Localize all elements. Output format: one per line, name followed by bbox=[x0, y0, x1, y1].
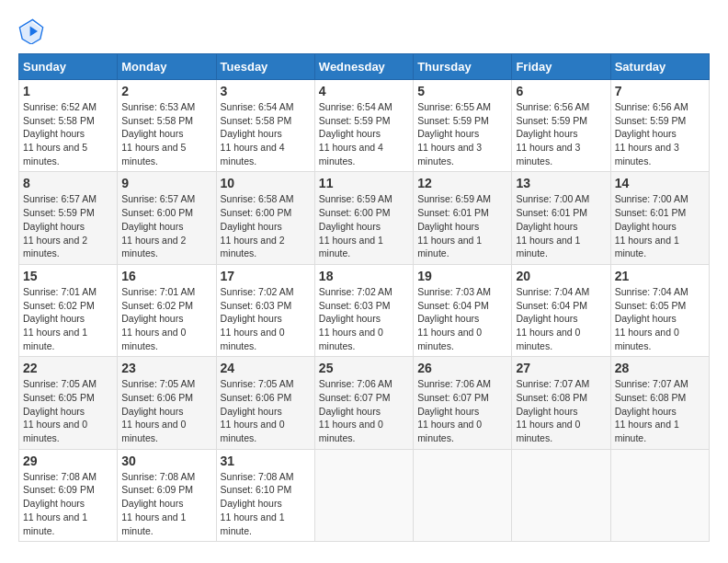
calendar-cell: 29 Sunrise: 7:08 AM Sunset: 6:09 PM Dayl… bbox=[19, 449, 118, 541]
day-number: 3 bbox=[221, 84, 311, 98]
day-info: Sunrise: 7:05 AM Sunset: 6:06 PM Dayligh… bbox=[221, 377, 311, 444]
weekday-header-sunday: Sunday bbox=[19, 54, 118, 80]
calendar-cell: 11 Sunrise: 6:59 AM Sunset: 6:00 PM Dayl… bbox=[314, 172, 413, 264]
day-info: Sunrise: 7:00 AM Sunset: 6:01 PM Dayligh… bbox=[615, 192, 705, 259]
calendar-cell: 3 Sunrise: 6:54 AM Sunset: 5:58 PM Dayli… bbox=[216, 80, 314, 172]
day-number: 2 bbox=[121, 84, 211, 98]
calendar-week-5: 29 Sunrise: 7:08 AM Sunset: 6:09 PM Dayl… bbox=[19, 449, 710, 541]
day-info: Sunrise: 6:59 AM Sunset: 6:01 PM Dayligh… bbox=[417, 192, 507, 259]
calendar-cell: 19 Sunrise: 7:03 AM Sunset: 6:04 PM Dayl… bbox=[414, 264, 512, 356]
day-number: 23 bbox=[121, 361, 211, 375]
day-info: Sunrise: 7:01 AM Sunset: 6:02 PM Dayligh… bbox=[121, 285, 211, 352]
logo-icon bbox=[18, 18, 44, 44]
day-info: Sunrise: 7:07 AM Sunset: 6:08 PM Dayligh… bbox=[615, 377, 705, 444]
calendar-cell: 6 Sunrise: 6:56 AM Sunset: 5:59 PM Dayli… bbox=[512, 80, 610, 172]
day-number: 19 bbox=[417, 269, 507, 283]
day-info: Sunrise: 7:08 AM Sunset: 6:09 PM Dayligh… bbox=[121, 470, 211, 537]
day-number: 8 bbox=[23, 176, 113, 190]
day-number: 4 bbox=[319, 84, 409, 98]
calendar-cell: 16 Sunrise: 7:01 AM Sunset: 6:02 PM Dayl… bbox=[118, 264, 216, 356]
logo bbox=[18, 18, 48, 44]
day-number: 17 bbox=[221, 269, 311, 283]
calendar-cell: 26 Sunrise: 7:06 AM Sunset: 6:07 PM Dayl… bbox=[414, 357, 512, 449]
day-number: 30 bbox=[121, 454, 211, 468]
calendar-cell: 9 Sunrise: 6:57 AM Sunset: 6:00 PM Dayli… bbox=[118, 172, 216, 264]
weekday-header-friday: Friday bbox=[512, 54, 610, 80]
day-info: Sunrise: 6:54 AM Sunset: 5:59 PM Dayligh… bbox=[319, 100, 409, 167]
day-info: Sunrise: 7:08 AM Sunset: 6:10 PM Dayligh… bbox=[221, 470, 311, 537]
day-info: Sunrise: 7:05 AM Sunset: 6:05 PM Dayligh… bbox=[23, 377, 113, 444]
day-info: Sunrise: 6:55 AM Sunset: 5:59 PM Dayligh… bbox=[417, 100, 507, 167]
calendar-cell bbox=[414, 449, 512, 541]
day-info: Sunrise: 6:56 AM Sunset: 5:59 PM Dayligh… bbox=[615, 100, 705, 167]
calendar-cell: 14 Sunrise: 7:00 AM Sunset: 6:01 PM Dayl… bbox=[610, 172, 709, 264]
day-info: Sunrise: 6:56 AM Sunset: 5:59 PM Dayligh… bbox=[516, 100, 606, 167]
calendar-cell: 22 Sunrise: 7:05 AM Sunset: 6:05 PM Dayl… bbox=[19, 357, 118, 449]
day-number: 27 bbox=[516, 361, 606, 375]
day-number: 22 bbox=[23, 361, 113, 375]
calendar-cell: 30 Sunrise: 7:08 AM Sunset: 6:09 PM Dayl… bbox=[118, 449, 216, 541]
weekday-header-monday: Monday bbox=[118, 54, 216, 80]
day-number: 1 bbox=[23, 84, 113, 98]
calendar-cell: 24 Sunrise: 7:05 AM Sunset: 6:06 PM Dayl… bbox=[216, 357, 314, 449]
calendar-cell: 18 Sunrise: 7:02 AM Sunset: 6:03 PM Dayl… bbox=[314, 264, 413, 356]
day-number: 12 bbox=[417, 176, 507, 190]
day-number: 25 bbox=[319, 361, 409, 375]
weekday-header-wednesday: Wednesday bbox=[314, 54, 413, 80]
day-number: 14 bbox=[615, 176, 705, 190]
day-number: 28 bbox=[615, 361, 705, 375]
calendar-cell: 31 Sunrise: 7:08 AM Sunset: 6:10 PM Dayl… bbox=[216, 449, 314, 541]
calendar-body: 1 Sunrise: 6:52 AM Sunset: 5:58 PM Dayli… bbox=[19, 80, 710, 542]
calendar-cell: 17 Sunrise: 7:02 AM Sunset: 6:03 PM Dayl… bbox=[216, 264, 314, 356]
calendar-cell: 28 Sunrise: 7:07 AM Sunset: 6:08 PM Dayl… bbox=[610, 357, 709, 449]
calendar-cell: 25 Sunrise: 7:06 AM Sunset: 6:07 PM Dayl… bbox=[314, 357, 413, 449]
day-number: 7 bbox=[615, 84, 705, 98]
day-number: 11 bbox=[319, 176, 409, 190]
calendar-cell: 13 Sunrise: 7:00 AM Sunset: 6:01 PM Dayl… bbox=[512, 172, 610, 264]
day-info: Sunrise: 7:06 AM Sunset: 6:07 PM Dayligh… bbox=[417, 377, 507, 444]
calendar-cell: 12 Sunrise: 6:59 AM Sunset: 6:01 PM Dayl… bbox=[414, 172, 512, 264]
day-number: 18 bbox=[319, 269, 409, 283]
calendar-cell bbox=[314, 449, 413, 541]
day-info: Sunrise: 7:05 AM Sunset: 6:06 PM Dayligh… bbox=[121, 377, 211, 444]
calendar-cell: 5 Sunrise: 6:55 AM Sunset: 5:59 PM Dayli… bbox=[414, 80, 512, 172]
day-number: 5 bbox=[417, 84, 507, 98]
weekday-header-saturday: Saturday bbox=[610, 54, 709, 80]
day-info: Sunrise: 6:57 AM Sunset: 5:59 PM Dayligh… bbox=[23, 192, 113, 259]
calendar-cell: 8 Sunrise: 6:57 AM Sunset: 5:59 PM Dayli… bbox=[19, 172, 118, 264]
weekday-header-tuesday: Tuesday bbox=[216, 54, 314, 80]
calendar-cell bbox=[512, 449, 610, 541]
day-info: Sunrise: 7:03 AM Sunset: 6:04 PM Dayligh… bbox=[417, 285, 507, 352]
calendar-cell: 10 Sunrise: 6:58 AM Sunset: 6:00 PM Dayl… bbox=[216, 172, 314, 264]
day-number: 13 bbox=[516, 176, 606, 190]
day-info: Sunrise: 6:57 AM Sunset: 6:00 PM Dayligh… bbox=[121, 192, 211, 259]
calendar-cell: 27 Sunrise: 7:07 AM Sunset: 6:08 PM Dayl… bbox=[512, 357, 610, 449]
day-info: Sunrise: 7:06 AM Sunset: 6:07 PM Dayligh… bbox=[319, 377, 409, 444]
day-info: Sunrise: 6:52 AM Sunset: 5:58 PM Dayligh… bbox=[23, 100, 113, 167]
calendar-cell: 15 Sunrise: 7:01 AM Sunset: 6:02 PM Dayl… bbox=[19, 264, 118, 356]
weekday-row: SundayMondayTuesdayWednesdayThursdayFrid… bbox=[19, 54, 710, 80]
day-info: Sunrise: 6:53 AM Sunset: 5:58 PM Dayligh… bbox=[121, 100, 211, 167]
day-number: 31 bbox=[221, 454, 311, 468]
day-number: 20 bbox=[516, 269, 606, 283]
calendar-cell: 7 Sunrise: 6:56 AM Sunset: 5:59 PM Dayli… bbox=[610, 80, 709, 172]
day-info: Sunrise: 7:02 AM Sunset: 6:03 PM Dayligh… bbox=[221, 285, 311, 352]
calendar-week-3: 15 Sunrise: 7:01 AM Sunset: 6:02 PM Dayl… bbox=[19, 264, 710, 356]
day-info: Sunrise: 7:04 AM Sunset: 6:05 PM Dayligh… bbox=[615, 285, 705, 352]
weekday-header-thursday: Thursday bbox=[414, 54, 512, 80]
day-number: 9 bbox=[121, 176, 211, 190]
calendar-cell: 20 Sunrise: 7:04 AM Sunset: 6:04 PM Dayl… bbox=[512, 264, 610, 356]
calendar-week-1: 1 Sunrise: 6:52 AM Sunset: 5:58 PM Dayli… bbox=[19, 80, 710, 172]
day-number: 24 bbox=[221, 361, 311, 375]
calendar-cell bbox=[610, 449, 709, 541]
calendar-cell: 2 Sunrise: 6:53 AM Sunset: 5:58 PM Dayli… bbox=[118, 80, 216, 172]
day-info: Sunrise: 6:54 AM Sunset: 5:58 PM Dayligh… bbox=[221, 100, 311, 167]
day-number: 10 bbox=[221, 176, 311, 190]
day-number: 16 bbox=[121, 269, 211, 283]
day-info: Sunrise: 7:01 AM Sunset: 6:02 PM Dayligh… bbox=[23, 285, 113, 352]
day-info: Sunrise: 7:07 AM Sunset: 6:08 PM Dayligh… bbox=[516, 377, 606, 444]
day-number: 29 bbox=[23, 454, 113, 468]
day-info: Sunrise: 7:00 AM Sunset: 6:01 PM Dayligh… bbox=[516, 192, 606, 259]
calendar-table: SundayMondayTuesdayWednesdayThursdayFrid… bbox=[18, 53, 710, 542]
day-info: Sunrise: 6:58 AM Sunset: 6:00 PM Dayligh… bbox=[221, 192, 311, 259]
